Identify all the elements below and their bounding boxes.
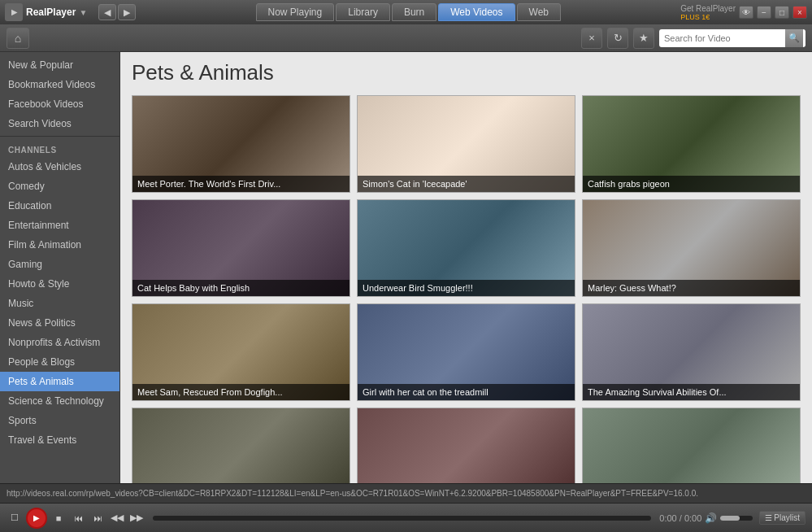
sidebar-item-search-videos[interactable]: Search Videos xyxy=(0,114,119,133)
sidebar-channel-music[interactable]: Music xyxy=(0,294,119,313)
tab-library[interactable]: Library xyxy=(336,3,390,21)
bookmark-button[interactable]: ★ xyxy=(633,28,654,49)
video-label-3: Cat Helps Baby with English xyxy=(132,280,350,296)
titlebar: ▶ RealPlayer ▼ ◀ ▶ Now PlayingLibraryBur… xyxy=(0,0,812,24)
main-layout: New & PopularBookmarked VideosFacebook V… xyxy=(0,52,812,483)
sidebar-channel-people-blogs[interactable]: People & Blogs xyxy=(0,352,119,372)
sidebar-channel-gaming[interactable]: Gaming xyxy=(0,255,119,274)
video-thumb-10 xyxy=(358,408,575,483)
tab-web-videos[interactable]: Web Videos xyxy=(438,3,515,21)
play-button[interactable]: ▶ xyxy=(26,508,47,529)
stop-button[interactable]: ■ xyxy=(50,510,67,526)
video-card-3[interactable]: Cat Helps Baby with English xyxy=(132,199,350,297)
eye-button[interactable]: 👁 xyxy=(739,6,753,19)
titlebar-tabs: Now PlayingLibraryBurnWeb VideosWeb xyxy=(256,3,561,21)
next-button[interactable]: ⏭ xyxy=(89,510,106,526)
video-card-4[interactable]: Underwear Bird Smuggler!!! xyxy=(357,199,575,297)
video-card-7[interactable]: Girl with her cat on the treadmill xyxy=(357,303,575,401)
video-thumb-9 xyxy=(132,408,350,483)
app-logo: ▶ RealPlayer ▼ xyxy=(5,3,87,21)
search-input[interactable] xyxy=(659,32,785,45)
video-label-8: The Amazing Survival Abilities Of... xyxy=(583,384,800,400)
home-button[interactable]: ⌂ xyxy=(7,28,29,49)
forward-button[interactable]: ▶ xyxy=(118,4,136,20)
video-label-2: Catfish grabs pigeon xyxy=(583,176,800,192)
sidebar-channel-nonprofits-activism[interactable]: Nonprofits & Activism xyxy=(0,333,119,352)
forward-button[interactable]: ▶▶ xyxy=(128,510,145,526)
dropdown-arrow[interactable]: ▼ xyxy=(79,8,87,17)
playlist-label: Playlist xyxy=(774,513,800,522)
video-card-1[interactable]: Simon's Cat in 'Icecapade' xyxy=(357,95,575,193)
titlebar-right: Get RealPlayer PLUS 1€ 👁 − □ × xyxy=(680,4,807,21)
video-card-0[interactable]: Meet Porter. The World's First Driv... xyxy=(132,95,350,193)
sidebar-channel-travel-events[interactable]: Travel & Events xyxy=(0,430,119,450)
status-url: http://videos.real.com/rp/web_videos?CB=… xyxy=(7,489,698,498)
refresh-button[interactable]: ↻ xyxy=(607,28,628,49)
rewind-button[interactable]: ◀◀ xyxy=(109,510,125,526)
sidebar-channel-pets-animals[interactable]: Pets & Animals xyxy=(0,372,119,391)
sidebar-channel-news-politics[interactable]: News & Politics xyxy=(0,313,119,333)
video-label-5: Marley: Guess What!? xyxy=(583,280,800,296)
video-label-0: Meet Porter. The World's First Driv... xyxy=(132,176,350,192)
video-card-2[interactable]: Catfish grabs pigeon xyxy=(582,95,801,193)
minimize-button[interactable]: − xyxy=(757,6,771,19)
video-grid: Meet Porter. The World's First Driv...Si… xyxy=(132,95,801,483)
sidebar-channel-comedy[interactable]: Comedy xyxy=(0,177,119,196)
video-label-7: Girl with her cat on the treadmill xyxy=(358,384,575,400)
nav-buttons: ◀ ▶ xyxy=(98,4,136,20)
logo-icon: ▶ xyxy=(5,3,23,21)
sidebar-channels: Autos & VehiclesComedyEducationEntertain… xyxy=(0,157,119,450)
checkbox-button[interactable]: ☐ xyxy=(7,510,23,526)
sidebar-nav: New & PopularBookmarked VideosFacebook V… xyxy=(0,55,119,133)
playlist-button[interactable]: ☰ Playlist xyxy=(759,511,805,525)
video-card-9[interactable] xyxy=(132,408,350,483)
video-thumb-11 xyxy=(583,408,800,483)
tab-now-playing[interactable]: Now Playing xyxy=(256,3,335,21)
video-card-11[interactable] xyxy=(582,408,801,483)
sidebar-channel-film-animation[interactable]: Film & Animation xyxy=(0,235,119,255)
sidebar-channel-howto-style[interactable]: Howto & Style xyxy=(0,274,119,294)
video-label-4: Underwear Bird Smuggler!!! xyxy=(358,280,575,296)
search-button[interactable]: 🔍 xyxy=(785,29,803,47)
tab-burn[interactable]: Burn xyxy=(392,3,436,21)
page-title: Pets & Animals xyxy=(132,60,801,85)
sidebar-channel-entertainment[interactable]: Entertainment xyxy=(0,216,119,235)
sidebar-item-new-&-popular[interactable]: New & Popular xyxy=(0,55,119,75)
sidebar-divider xyxy=(0,136,119,137)
content-area: Pets & Animals Meet Porter. The World's … xyxy=(120,52,812,483)
sidebar-item-facebook-videos[interactable]: Facebook Videos xyxy=(0,94,119,114)
app-name: RealPlayer xyxy=(26,7,76,18)
prev-button[interactable]: ⏮ xyxy=(70,510,86,526)
video-label-6: Meet Sam, Rescued From Dogfigh... xyxy=(132,384,350,400)
volume-bar[interactable] xyxy=(720,516,753,521)
close-tab-button[interactable]: × xyxy=(581,28,602,49)
video-label-1: Simon's Cat in 'Icecapade' xyxy=(358,176,575,192)
video-card-5[interactable]: Marley: Guess What!? xyxy=(582,199,801,297)
sidebar-channel-autos-vehicles[interactable]: Autos & Vehicles xyxy=(0,157,119,177)
volume-icon[interactable]: 🔊 xyxy=(705,512,717,524)
toolbar: ⌂ × ↻ ★ 🔍 xyxy=(0,24,812,52)
close-button[interactable]: × xyxy=(792,6,807,19)
search-bar: 🔍 xyxy=(659,29,805,47)
statusbar: http://videos.real.com/rp/web_videos?CB=… xyxy=(0,483,812,503)
volume-fill xyxy=(720,516,740,521)
sidebar: New & PopularBookmarked VideosFacebook V… xyxy=(0,52,120,483)
channels-label: CHANNELS xyxy=(0,139,119,157)
sidebar-item-bookmarked-videos[interactable]: Bookmarked Videos xyxy=(0,75,119,94)
video-card-10[interactable] xyxy=(357,408,575,483)
playlist-icon: ☰ xyxy=(765,513,772,522)
video-card-8[interactable]: The Amazing Survival Abilities Of... xyxy=(582,303,801,401)
maximize-button[interactable]: □ xyxy=(775,6,789,19)
progress-bar[interactable] xyxy=(153,516,651,521)
playerbar: ☐ ▶ ■ ⏮ ⏭ ◀◀ ▶▶ 0:00 / 0:00 🔊 ☰ Playlist xyxy=(0,503,812,532)
sidebar-channel-sports[interactable]: Sports xyxy=(0,411,119,430)
back-button[interactable]: ◀ xyxy=(98,4,116,20)
time-display: 0:00 / 0:00 xyxy=(659,513,701,523)
sidebar-channel-science-technology[interactable]: Science & Technology xyxy=(0,391,119,411)
video-card-6[interactable]: Meet Sam, Rescued From Dogfigh... xyxy=(132,303,350,401)
tab-web[interactable]: Web xyxy=(517,3,561,21)
titlebar-left: ▶ RealPlayer ▼ ◀ ▶ xyxy=(5,3,136,21)
sidebar-channel-education[interactable]: Education xyxy=(0,196,119,216)
get-plus-button[interactable]: Get RealPlayer PLUS 1€ xyxy=(680,4,736,21)
